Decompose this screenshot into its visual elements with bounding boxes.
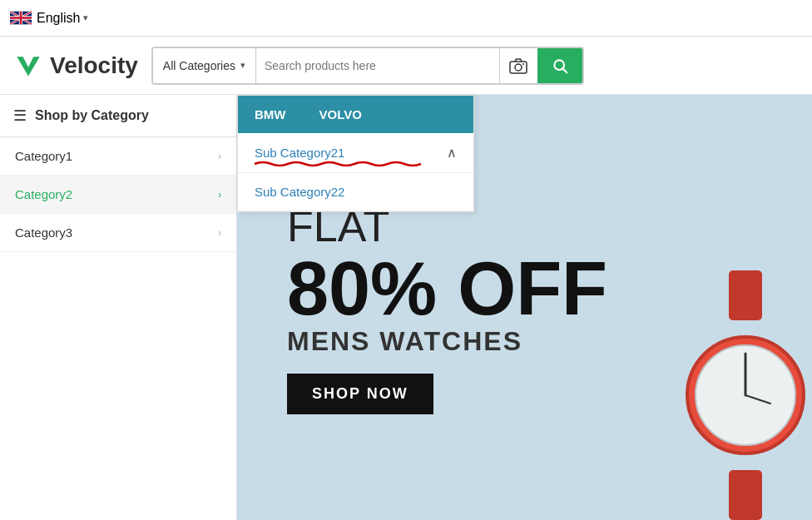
category-item-3[interactable]: Category3 › xyxy=(0,214,236,252)
sub-category-21-chevron: ∧ xyxy=(447,145,457,161)
shop-now-button[interactable]: SHOP NOW xyxy=(287,374,433,414)
language-chevron: ▾ xyxy=(83,12,88,23)
category-1-chevron: › xyxy=(218,151,221,162)
svg-rect-9 xyxy=(729,470,762,520)
sub-category-22[interactable]: Sub Category22 xyxy=(238,173,473,211)
dropdown-tab-volvo[interactable]: VOLVO xyxy=(303,96,379,133)
language-label: English xyxy=(37,11,80,26)
svg-line-7 xyxy=(563,68,567,72)
svg-point-5 xyxy=(522,63,524,65)
logo-text: Velocity xyxy=(50,52,138,79)
dropdown-panel: BMW VOLVO Sub Category21 ∧ Sub Category2… xyxy=(237,95,474,212)
logo[interactable]: Velocity xyxy=(13,51,138,81)
uk-flag-icon xyxy=(10,11,32,25)
camera-icon xyxy=(509,57,527,74)
header: Velocity All Categories ▾ xyxy=(0,37,812,95)
velocity-logo-icon xyxy=(13,51,43,81)
category-2-chevron: › xyxy=(218,189,221,201)
sub-category-21[interactable]: Sub Category21 ∧ xyxy=(238,133,473,173)
category-select-text: All Categories xyxy=(163,59,235,72)
shop-by-category-header[interactable]: ☰ Shop by Category xyxy=(0,95,236,137)
search-button[interactable] xyxy=(537,48,582,83)
hamburger-icon: ☰ xyxy=(13,106,27,125)
dropdown-tabs: BMW VOLVO xyxy=(238,96,473,133)
category-select[interactable]: All Categories ▾ xyxy=(153,48,256,83)
category-1-label: Category1 xyxy=(15,149,72,163)
search-input-wrap xyxy=(256,59,499,72)
category-chevron-icon: ▾ xyxy=(240,60,245,71)
category-3-label: Category3 xyxy=(15,225,72,240)
dropdown-tab-bmw[interactable]: BMW xyxy=(238,96,303,133)
nav-area: ☰ Shop by Category Category1 › Category2… xyxy=(0,95,812,520)
svg-marker-1 xyxy=(17,57,38,75)
category-item-1[interactable]: Category1 › xyxy=(0,137,236,176)
category-3-chevron: › xyxy=(218,227,221,239)
search-input[interactable] xyxy=(265,59,491,72)
language-bar: English ▾ xyxy=(0,0,812,37)
search-bar: All Categories ▾ xyxy=(151,47,584,85)
svg-rect-8 xyxy=(729,270,762,320)
shop-by-category-label: Shop by Category xyxy=(35,108,149,123)
category-item-2[interactable]: Category2 › xyxy=(0,176,236,214)
sub-category-21-label: Sub Category21 xyxy=(255,146,344,160)
category-2-label: Category2 xyxy=(15,187,72,201)
camera-button[interactable] xyxy=(499,48,537,83)
svg-point-4 xyxy=(515,64,522,71)
watch-decoration xyxy=(662,270,812,520)
svg-rect-3 xyxy=(510,62,527,73)
sidebar: ☰ Shop by Category Category1 › Category2… xyxy=(0,95,237,520)
search-icon xyxy=(552,57,568,74)
wavy-underline xyxy=(255,161,421,167)
sub-category-22-label: Sub Category22 xyxy=(255,185,344,199)
